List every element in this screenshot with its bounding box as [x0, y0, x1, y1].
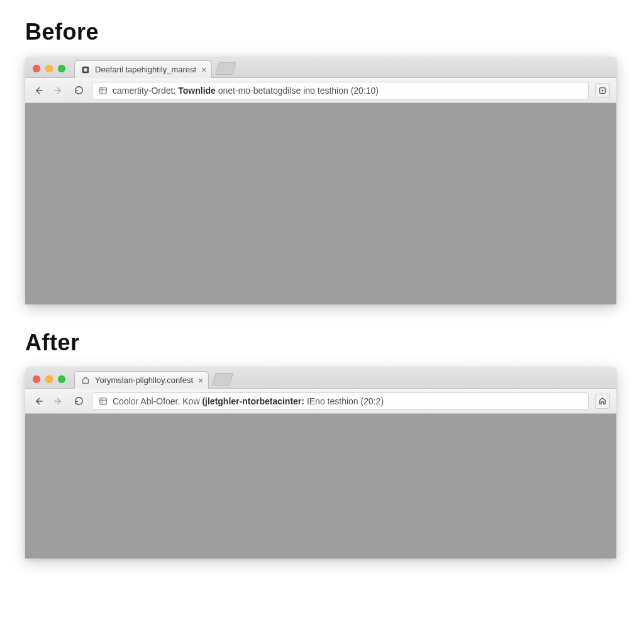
toolbar: Coolor Abl-Ofoer. Kow (jletghler-ntorbet…	[25, 389, 616, 414]
page-viewport	[25, 414, 616, 558]
arrow-right-icon	[53, 396, 64, 407]
after-label: After	[25, 330, 619, 356]
url-text: camertity-Ordet: Townlide onet-mo-betato…	[113, 86, 582, 96]
after-browser-window: Yorymslan-plighlloy.confest × Coolor Abl…	[25, 367, 616, 558]
arrow-right-icon	[53, 85, 64, 96]
svg-rect-2	[100, 87, 107, 94]
home-icon	[598, 397, 607, 406]
tab-title: Deefaril tapehightily_marest	[95, 65, 196, 74]
window-maximize-button[interactable]	[58, 65, 65, 72]
window-maximize-button[interactable]	[58, 375, 65, 383]
arrow-left-icon	[33, 85, 44, 96]
reload-icon	[74, 85, 84, 96]
arrow-left-icon	[33, 396, 44, 407]
extension-button[interactable]	[595, 394, 610, 409]
tab-close-icon[interactable]: ×	[198, 376, 203, 385]
toolbar-right	[595, 83, 610, 98]
toolbar-right	[595, 394, 610, 409]
site-info-icon[interactable]	[99, 86, 108, 95]
page-favicon-icon	[81, 65, 90, 74]
toolbar: camertity-Ordet: Townlide onet-mo-betato…	[25, 78, 616, 103]
tab-bar: Deefaril tapehightily_marest ×	[25, 57, 616, 78]
browser-tab[interactable]: Yorymslan-plighlloy.confest ×	[74, 371, 209, 389]
page-viewport	[25, 103, 616, 304]
window-minimize-button[interactable]	[45, 375, 53, 383]
svg-rect-5	[100, 397, 107, 404]
bookmark-icon	[598, 86, 607, 95]
address-bar[interactable]: camertity-Ordet: Townlide onet-mo-betato…	[92, 82, 589, 99]
site-info-icon[interactable]	[99, 397, 108, 406]
tab-bar: Yorymslan-plighlloy.confest ×	[25, 367, 616, 389]
svg-rect-1	[84, 68, 87, 71]
back-button[interactable]	[31, 394, 45, 408]
before-browser-window: Deefaril tapehightily_marest × camertity…	[25, 57, 616, 304]
window-close-button[interactable]	[33, 375, 40, 383]
page-favicon-icon	[81, 376, 90, 385]
back-button[interactable]	[31, 84, 45, 97]
extension-button[interactable]	[595, 83, 610, 98]
window-controls	[33, 375, 65, 383]
new-tab-button[interactable]	[212, 373, 233, 386]
tab-title: Yorymslan-plighlloy.confest	[95, 375, 193, 385]
window-minimize-button[interactable]	[45, 65, 53, 72]
url-text: Coolor Abl-Ofoer. Kow (jletghler-ntorbet…	[113, 396, 582, 406]
before-label: Before	[25, 19, 619, 45]
reload-icon	[74, 396, 84, 406]
reload-button[interactable]	[72, 394, 86, 408]
reload-button[interactable]	[72, 84, 86, 97]
window-controls	[33, 65, 65, 72]
forward-button[interactable]	[52, 394, 65, 408]
window-close-button[interactable]	[33, 65, 40, 72]
svg-point-4	[602, 89, 604, 91]
tab-close-icon[interactable]: ×	[201, 65, 206, 74]
browser-tab[interactable]: Deefaril tapehightily_marest ×	[74, 60, 212, 78]
new-tab-button[interactable]	[215, 62, 236, 75]
forward-button[interactable]	[52, 84, 65, 97]
address-bar[interactable]: Coolor Abl-Ofoer. Kow (jletghler-ntorbet…	[92, 392, 589, 410]
